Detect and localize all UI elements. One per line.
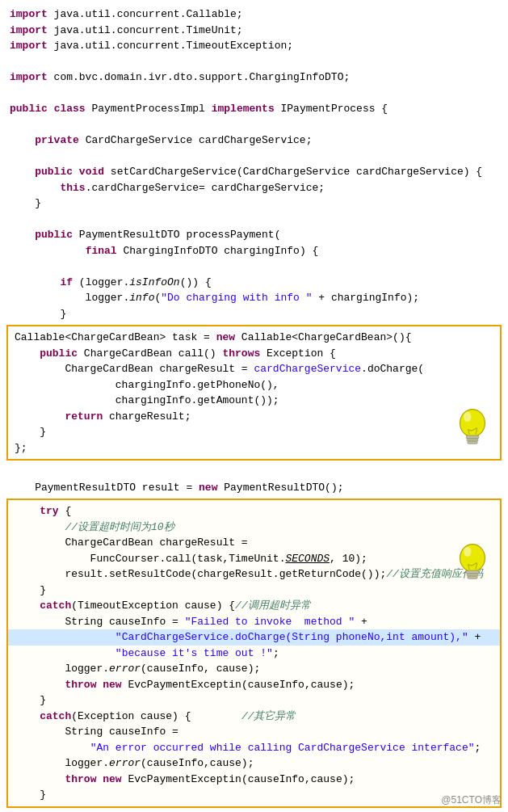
svg-point-0 [460,410,485,437]
cause-info-2: "CardChargeService.doCharge(String phone… [8,629,500,646]
charge-result-decl: ChargeCardBean chargeResult = [8,535,500,551]
code-container: import java.util.concurrent.Callable; im… [0,0,508,812]
svg-rect-2 [466,435,478,439]
logger-error-1: logger.error(causeInfo, cause); [8,661,500,677]
if-close-1: } [3,306,505,322]
comment-timeout: //设置超时时间为10秒 [8,520,500,536]
svg-rect-11 [468,576,477,578]
import-line-4: import com.bvc.domain.ivr.dto.support.Ch… [3,69,505,86]
logger-info-1: logger.info("Do charging with info " + c… [3,290,505,306]
import-line-1: import java.util.concurrent.Callable; [3,6,505,23]
cause-info-5: "An error occurred while calling CardCha… [8,740,500,756]
callable-line-1: Callable<ChargeCardBean> task = new Call… [8,330,500,346]
cause-info-1: String causeInfo = "Failed to invoke met… [8,614,500,630]
callable-box: Callable<ChargeCardBean> task = new Call… [6,325,502,461]
throw-2: throw new EvcPaymentExceptin(causeInfo,c… [8,772,500,788]
blank-5 [3,212,505,228]
setter-body: this.cardChargeService= cardChargeServic… [3,180,505,196]
bulb-icon-2 [453,541,492,587]
method-param: final ChargingInfoDTO chargingInfo) { [3,243,505,259]
setter-close: } [3,196,505,212]
callable-line-2: public ChargeCardBean call() throws Exce… [8,346,500,362]
catch-timeout: catch(TimeoutException cause) {//调用超时异常 [8,598,500,614]
if-logger: if (logger.isInfoOn()) { [3,275,505,291]
callable-line-5: chargingInfo.getAmount()); [8,393,500,409]
class-decl: public class PaymentProcessImpl implemen… [3,101,505,117]
svg-point-1 [464,412,471,422]
try-open: try { [8,503,500,520]
blank-1 [3,54,505,70]
callable-line-4: chargingInfo.getPhoneNo(), [8,377,500,393]
blank-2 [3,86,505,102]
blank-4 [3,149,505,165]
field-decl: private CardChargeService cardChargeServ… [3,133,505,149]
func-call: FuncCourser.call(task,TimeUnit.SECONDS, … [8,551,500,567]
logger-error-2: logger.error(causeInfo,cause); [8,755,500,772]
cause-info-4: String causeInfo = [8,724,500,740]
catch-exception: catch(Exception cause) { //其它异常 [8,709,500,725]
callable-line-7: } [8,424,500,440]
watermark: @51CTO博客 [441,793,502,807]
try-close: } [8,583,500,599]
bulb-icon-1 [453,406,492,452]
catch-1-close: } [8,692,500,709]
import-line-2: import java.util.concurrent.TimeUnit; [3,23,505,39]
svg-point-7 [460,545,485,572]
try-catch-box: try { //设置超时时间为10秒 ChargeCardBean charge… [6,499,502,808]
blank-7 [3,464,505,480]
callable-line-3: ChargeCardBean chargeResult = cardCharge… [8,361,500,377]
svg-rect-9 [466,570,478,574]
svg-rect-3 [467,439,478,441]
callable-line-8: }; [8,440,500,456]
setter-decl: public void setCardChargeService(CardCha… [3,164,505,180]
result-decl: PaymentResultDTO result = new PaymentRes… [3,480,505,496]
set-result: result.setResultCode(chargeResult.getRet… [8,566,500,583]
svg-rect-10 [467,574,478,576]
throw-1: throw new EvcPaymentExceptin(causeInfo,c… [8,677,500,693]
blank-3 [3,117,505,133]
catch-2-close: } [8,787,500,803]
method-decl: public PaymentResultDTO processPayment( [3,227,505,243]
import-line-3: import java.util.concurrent.TimeoutExcep… [3,38,505,54]
blank-6 [3,259,505,275]
svg-rect-4 [468,441,477,444]
callable-line-6: return chargeResult; [8,409,500,425]
cause-info-3: "because it's time out !"; [8,646,500,662]
svg-point-8 [464,547,471,557]
